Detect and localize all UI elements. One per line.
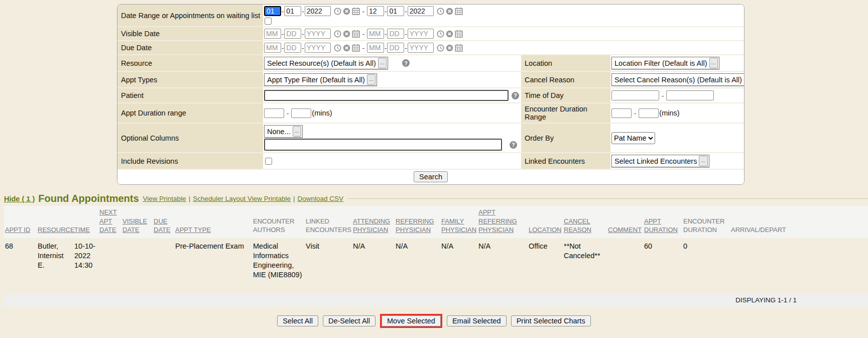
clear-icon[interactable]	[446, 44, 453, 52]
date-range-end-month-input[interactable]	[367, 6, 384, 16]
due-date-start-year-input[interactable]	[305, 43, 331, 53]
deselect-all-button[interactable]: De-Select All	[323, 315, 376, 326]
appt-type-filter-box[interactable]: Appt Type Filter (Default is All) ...	[264, 73, 377, 86]
appt-type-picker-button[interactable]: ...	[367, 74, 376, 85]
visible-date-end-year-input[interactable]	[408, 29, 434, 39]
col-header-appt-duration[interactable]: APPT DURATION	[644, 217, 678, 234]
print-selected-charts-button[interactable]: Print Selected Charts	[511, 315, 591, 326]
optional-columns-box[interactable]: None... ...	[264, 125, 303, 138]
appt-duration-max-input[interactable]	[291, 108, 311, 118]
view-printable-link[interactable]: View Printable	[143, 195, 186, 202]
visible-date-start-year-input[interactable]	[305, 29, 331, 39]
date-range-end-day-input[interactable]	[387, 6, 404, 16]
due-date-end-day-input[interactable]	[387, 43, 404, 53]
col-header-appt-id[interactable]: APPT ID	[5, 226, 30, 234]
due-date-end-year-input[interactable]	[408, 43, 434, 53]
col-header-location[interactable]: LOCATION	[529, 226, 562, 234]
clock-icon[interactable]	[437, 44, 444, 52]
patient-input[interactable]	[264, 90, 509, 101]
calendar-icon[interactable]	[352, 30, 360, 38]
col-header-next-apt-date[interactable]: NEXT APT DATE	[99, 208, 117, 234]
calendar-icon[interactable]	[352, 7, 360, 15]
date-separator: -	[282, 30, 284, 38]
col-header-family-physician[interactable]: FAMILY PHYSICIAN	[441, 217, 476, 234]
visible-date-end-month-input[interactable]	[367, 29, 384, 39]
encounter-duration-min-input[interactable]	[611, 108, 632, 118]
link-separator: |	[293, 195, 295, 202]
resource-picker-button[interactable]: ...	[378, 58, 387, 68]
col-header-resource[interactable]: RESOURCE	[38, 226, 75, 234]
col-header-time[interactable]: TIME	[74, 226, 90, 234]
linked-encounters-box[interactable]: Select Linked Encounters ...	[611, 155, 709, 167]
encounter-duration-max-input[interactable]	[639, 108, 659, 118]
col-header-due-date[interactable]: DUE DATE	[154, 217, 171, 234]
form-row-visible-date: Visible Date - - - - -	[117, 26, 744, 40]
col-header-attending-physician[interactable]: ATTENDING PHYSICIAN	[353, 217, 390, 234]
date-separator: -	[405, 8, 407, 15]
resource-filter-box[interactable]: Select Resource(s) (Default is All) ...	[264, 57, 388, 69]
optional-columns-picker-button[interactable]: ...	[293, 126, 301, 137]
form-row-date-range: Date Range or Appointments on waiting li…	[117, 5, 744, 26]
date-range-start-year-input[interactable]	[305, 6, 331, 16]
calendar-icon[interactable]	[455, 30, 463, 38]
include-revisions-checkbox[interactable]	[265, 158, 272, 165]
date-range-start-month-input[interactable]	[264, 6, 281, 16]
calendar-icon[interactable]	[352, 44, 360, 52]
resource-help-icon[interactable]: ?	[402, 59, 410, 67]
scheduler-layout-view-printable-link[interactable]: Scheduler Layout View Printable	[193, 195, 291, 202]
visible-date-start-day-input[interactable]	[284, 29, 301, 39]
clock-icon[interactable]	[437, 8, 444, 15]
select-all-button[interactable]: Select All	[277, 315, 318, 326]
visible-date-end-day-input[interactable]	[387, 29, 404, 39]
patient-help-icon[interactable]: ?	[512, 92, 519, 99]
due-date-start-day-input[interactable]	[284, 43, 301, 53]
due-date-start-month-input[interactable]	[264, 43, 281, 53]
table-row[interactable]: 68 Butler, Internist E. 10-10-2022 14:30…	[4, 238, 868, 294]
linked-encounters-picker-button[interactable]: ...	[699, 156, 707, 166]
date-separator: -	[282, 8, 284, 15]
hide-results-link[interactable]: Hide ( 1 )	[4, 195, 35, 203]
col-header-cancel-reason[interactable]: CANCEL REASON	[564, 217, 591, 234]
calendar-icon[interactable]	[455, 7, 463, 15]
clear-icon[interactable]	[446, 30, 453, 38]
time-of-day-start-input[interactable]	[611, 90, 659, 100]
clear-icon[interactable]	[343, 30, 350, 38]
col-header-appt-referring-physician[interactable]: APPT REFERRING PHYSICIAN	[478, 208, 517, 234]
time-of-day-end-input[interactable]	[666, 90, 714, 100]
col-header-referring-physician[interactable]: REFERRING PHYSICIAN	[396, 217, 434, 234]
clear-icon[interactable]	[343, 8, 350, 15]
optional-columns-input[interactable]	[264, 139, 502, 151]
clock-icon[interactable]	[437, 30, 444, 38]
col-header-appt-type[interactable]: APPT TYPE	[175, 226, 211, 234]
waiting-list-checkbox[interactable]	[265, 18, 272, 25]
email-selected-button[interactable]: Email Selected	[447, 315, 507, 326]
order-by-select[interactable]: Pat Name	[611, 132, 655, 144]
clock-icon[interactable]	[334, 30, 341, 38]
clear-icon[interactable]	[343, 44, 350, 52]
clear-icon[interactable]	[446, 8, 453, 15]
cancel-reason-picker-button[interactable]: ...	[744, 74, 745, 85]
cell-referring-physician: N/A	[395, 238, 440, 294]
displaying-bar: DISPLAYING 1-1 / 1	[4, 294, 868, 306]
visible-date-start-month-input[interactable]	[264, 29, 281, 39]
search-button[interactable]: Search	[414, 171, 448, 182]
appt-duration-min-input[interactable]	[264, 108, 284, 118]
location-picker-button[interactable]: ...	[709, 58, 718, 68]
optional-columns-help-icon[interactable]: ?	[510, 141, 517, 149]
download-csv-link[interactable]: Download CSV	[298, 195, 344, 202]
cell-next-apt-date	[98, 238, 121, 294]
col-header-comment[interactable]: COMMENT	[608, 226, 642, 234]
date-range-start-day-input[interactable]	[284, 6, 301, 16]
cell-encounter-authors: Medical Informatics Engineering, MIE (MI…	[252, 238, 305, 294]
move-selected-button[interactable]: Move Selected	[382, 315, 441, 326]
calendar-icon[interactable]	[455, 44, 463, 52]
date-range-end-year-input[interactable]	[408, 6, 434, 16]
clock-icon[interactable]	[334, 8, 341, 15]
col-header-visible-date[interactable]: VISIBLE DATE	[122, 217, 147, 234]
due-date-end-month-input[interactable]	[367, 43, 384, 53]
cancel-reason-filter-box[interactable]: Select Cancel Reason(s) (Default is All)…	[611, 73, 745, 86]
displaying-count: DISPLAYING 1-1 / 1	[735, 296, 797, 304]
clock-icon[interactable]	[334, 44, 341, 52]
location-filter-box[interactable]: Location Filter (Default is All) ...	[611, 57, 719, 69]
due-date-label: Due Date	[117, 41, 263, 54]
